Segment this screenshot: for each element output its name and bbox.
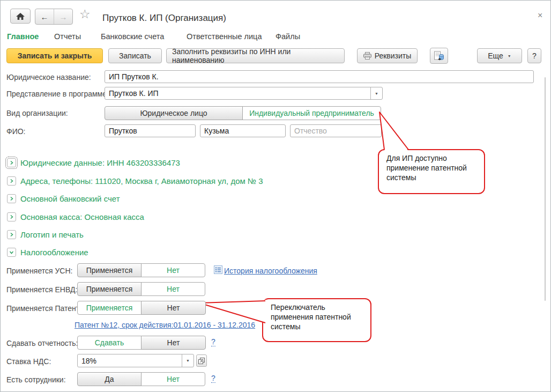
reporting-option-submit[interactable]: Сдавать: [77, 336, 142, 350]
section-addresses[interactable]: Адреса, телефоны: 111020, Москва г, Авиа…: [7, 176, 263, 186]
chevron-right-icon: [7, 176, 16, 186]
chevron-down-icon: ▼: [186, 359, 190, 363]
presentation-input[interactable]: Прутков К. ИП ▼: [105, 87, 383, 100]
page-title: Прутков К. ИП (Организация): [102, 13, 226, 24]
section-label: Адреса, телефоны: 111020, Москва г, Авиа…: [20, 176, 263, 186]
presentation-label: Представление в программе:: [6, 90, 109, 98]
usn-option-no[interactable]: Нет: [141, 263, 205, 277]
section-cash-desk[interactable]: Основная касса: Основная касса: [7, 212, 144, 221]
employees-help-link[interactable]: ?: [211, 374, 215, 383]
usn-toggle: Применяется Нет: [77, 263, 205, 277]
chevron-right-icon: [7, 230, 16, 239]
close-icon[interactable]: ×: [538, 11, 542, 20]
patent-option-applies[interactable]: Применяется: [77, 301, 142, 315]
tab-otvetstvennye-lica[interactable]: Ответственные лица: [187, 32, 262, 41]
tab-otchety[interactable]: Отчеты: [54, 32, 81, 41]
patent-toggle: Применяется Нет: [77, 301, 206, 315]
reporting-toggle: Сдавать Нет: [77, 336, 206, 350]
reporting-help-link[interactable]: ?: [211, 338, 215, 346]
requisites-button[interactable]: Реквизиты: [357, 48, 418, 63]
callout-tail: [196, 295, 271, 328]
section-taxation[interactable]: Налогообложение: [7, 248, 88, 257]
chevron-right-icon: [7, 212, 16, 221]
envd-option-applies[interactable]: Применяется: [77, 282, 142, 296]
patent-option-no[interactable]: Нет: [141, 301, 206, 315]
org-type-label: Вид организации:: [6, 109, 68, 117]
open-item-icon: [198, 358, 205, 364]
save-and-close-button[interactable]: Записать и закрыть: [6, 48, 103, 63]
chevron-down-icon: ▼: [508, 54, 511, 58]
callout-tail: [376, 108, 424, 153]
reporting-option-no[interactable]: Нет: [141, 336, 206, 350]
fill-by-inn-button[interactable]: Заполнить реквизиты по ИНН или наименова…: [166, 48, 345, 63]
presentation-value: Прутков К. ИП: [109, 89, 159, 98]
organization-card-window: ← → ☆ Прутков К. ИП (Организация) × Глав…: [0, 0, 551, 392]
usn-label: Применяется УСН:: [6, 267, 72, 275]
home-button[interactable]: [10, 9, 31, 24]
employees-option-no[interactable]: Нет: [141, 372, 205, 386]
forward-icon: →: [59, 12, 68, 21]
forward-button[interactable]: →: [54, 9, 72, 24]
employees-option-yes[interactable]: Да: [77, 372, 142, 386]
envd-option-no[interactable]: Нет: [141, 282, 205, 296]
last-name-input[interactable]: Прутков: [105, 124, 196, 137]
vat-value: 18%: [81, 357, 96, 365]
printer-icon: [363, 52, 371, 60]
history-nav-group: ← →: [35, 9, 73, 25]
presentation-dropdown-button[interactable]: ▼: [370, 87, 382, 99]
chevron-right-icon: [7, 194, 16, 203]
section-label: Логотип и печать: [20, 230, 84, 239]
vat-label: Ставка НДС:: [6, 357, 51, 366]
section-bank-account[interactable]: Основной банковский счет: [7, 194, 120, 203]
requisites-label: Реквизиты: [375, 51, 412, 60]
document-database-icon: [434, 51, 444, 61]
more-button[interactable]: Еще ▼: [477, 48, 522, 63]
data-exchange-button[interactable]: [430, 48, 448, 64]
section-legal-data[interactable]: Юридические данные: ИНН 463203336473: [7, 158, 180, 167]
section-label: Налогообложение: [20, 248, 88, 257]
reporting-label: Сдавать отчетность:: [6, 339, 78, 347]
section-logo-stamp[interactable]: Логотип и печать: [7, 230, 84, 239]
save-button[interactable]: Записать: [108, 48, 162, 63]
legal-name-label: Юридическое название:: [6, 73, 91, 82]
employees-toggle: Да Нет: [77, 372, 205, 386]
patent-label: Применяется Патент:: [6, 304, 81, 313]
back-button[interactable]: ←: [35, 9, 54, 24]
usn-option-applies[interactable]: Применяется: [77, 263, 142, 277]
vat-open-button[interactable]: [196, 354, 207, 367]
back-icon: ←: [41, 12, 49, 21]
envd-toggle: Применяется Нет: [77, 282, 205, 296]
vat-combo[interactable]: 18% ▼: [77, 354, 194, 367]
section-label: Основная касса: Основная касса: [20, 212, 144, 221]
first-name-input[interactable]: Кузьма: [200, 124, 286, 137]
chevron-down-icon: [7, 248, 16, 257]
middle-name-input[interactable]: [290, 124, 382, 137]
callout-patent-switch: Переключатель применения патентной систе…: [262, 298, 371, 342]
help-button[interactable]: ?: [527, 48, 541, 63]
tax-history-link[interactable]: История налогообложения: [224, 267, 317, 275]
org-type-toggle: Юридическое лицо Индивидуальный предприн…: [105, 106, 381, 120]
employees-label: Есть сотрудники:: [6, 375, 66, 384]
vertical-scrollbar[interactable]: [545, 77, 546, 301]
tab-bankovskie-scheta[interactable]: Банковские счета: [101, 32, 164, 41]
vat-dropdown-button[interactable]: ▼: [182, 354, 193, 367]
legal-name-input[interactable]: ИП Прутков К.: [105, 70, 534, 83]
envd-label: Применяется ЕНВД:: [6, 285, 77, 294]
favorite-star-icon[interactable]: ☆: [79, 7, 91, 21]
fio-label: ФИО:: [6, 127, 26, 136]
section-label: Основной банковский счет: [20, 194, 120, 203]
callout-patent-available: Для ИП доступно применение патентной сис…: [378, 149, 485, 194]
section-label: Юридические данные: ИНН 463203336473: [20, 158, 180, 167]
home-icon: [16, 13, 25, 20]
tab-fajly[interactable]: Файлы: [276, 32, 300, 41]
org-type-option-legal[interactable]: Юридическое лицо: [105, 106, 243, 120]
tab-glavnoe[interactable]: Главное: [7, 32, 39, 41]
chevron-right-icon: [7, 158, 16, 167]
chevron-down-icon: ▼: [375, 92, 378, 95]
tax-history-list-icon: [214, 265, 222, 274]
org-type-option-entrepreneur[interactable]: Индивидуальный предприниматель: [242, 106, 381, 120]
more-label: Еще: [488, 51, 503, 60]
